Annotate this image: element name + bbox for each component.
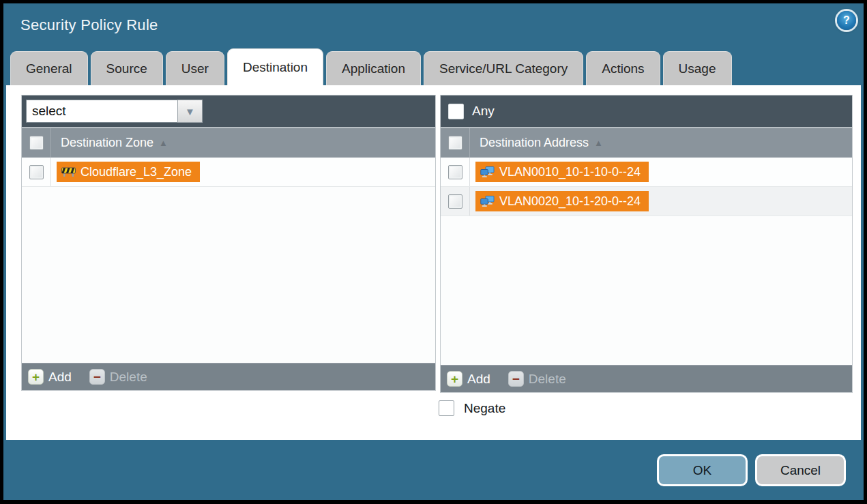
dialog-content: ▼ Destination Zone ▲ [6, 85, 861, 440]
tab-destination[interactable]: Destination [227, 48, 323, 85]
any-control: Any [445, 104, 495, 119]
address-list: VLAN0010_10-1-10-0--24 [441, 158, 852, 365]
address-delete-button[interactable]: − Delete [508, 371, 566, 387]
zone-row-cloudflare-l3-zone[interactable]: Cloudflare_L3_Zone [22, 158, 435, 187]
tab-label: Source [106, 61, 147, 76]
address-select-all-checkbox[interactable] [448, 136, 462, 150]
negate-label: Negate [464, 401, 505, 416]
tab-user[interactable]: User [166, 51, 224, 85]
add-icon: + [447, 371, 462, 387]
tab-general[interactable]: General [10, 51, 88, 85]
zone-toolbar: ▼ [22, 95, 435, 128]
destination-zone-panel: ▼ Destination Zone ▲ [22, 95, 435, 390]
tab-label: Usage [679, 61, 716, 76]
tab-label: Application [342, 61, 405, 76]
help-icon[interactable]: ? [837, 11, 856, 30]
row-checkbox[interactable] [29, 165, 44, 179]
sort-asc-icon: ▲ [159, 138, 168, 148]
zone-list: Cloudflare_L3_Zone [22, 158, 435, 363]
zone-add-label: Add [48, 370, 72, 385]
chevron-down-icon: ▼ [185, 106, 195, 117]
zone-select-dropdown-button[interactable]: ▼ [177, 100, 203, 123]
tab-label: Destination [243, 60, 308, 75]
address-add-button[interactable]: + Add [447, 371, 490, 387]
any-checkbox[interactable] [448, 104, 464, 119]
add-icon: + [28, 369, 44, 385]
address-row-vlan0020-10-1-20-0-24[interactable]: VLAN0020_10-1-20-0--24 [441, 187, 852, 216]
zone-delete-button[interactable]: − Delete [89, 369, 147, 385]
zone-add-button[interactable]: + Add [28, 369, 72, 385]
ok-button[interactable]: OK [657, 454, 748, 486]
address-row-label: VLAN0020_10-1-20-0--24 [499, 194, 641, 209]
network-address-icon [480, 166, 495, 178]
zone-select-all-checkbox[interactable] [29, 136, 44, 150]
tab-actions[interactable]: Actions [586, 51, 660, 85]
address-footer: + Add − Delete [441, 365, 852, 392]
sort-asc-icon: ▲ [594, 138, 603, 148]
tab-application[interactable]: Application [326, 51, 421, 85]
tab-bar: General Source User Destination Applicat… [10, 48, 732, 85]
delete-icon: − [89, 369, 105, 385]
tab-usage[interactable]: Usage [663, 51, 732, 85]
zone-delete-label: Delete [110, 370, 147, 385]
tab-service-url-category[interactable]: Service/URL Category [424, 51, 583, 85]
delete-icon: − [508, 371, 524, 387]
tab-source[interactable]: Source [91, 51, 163, 85]
tab-label: User [181, 61, 209, 76]
address-delete-label: Delete [529, 372, 566, 387]
negate-checkbox[interactable] [439, 400, 454, 416]
address-toolbar: Any [441, 95, 852, 128]
zone-icon [61, 166, 76, 177]
address-column-title: Destination Address [480, 136, 589, 150]
address-row-label: VLAN0010_10-1-10-0--24 [499, 165, 641, 179]
any-label: Any [472, 104, 495, 119]
address-sort-header[interactable]: Destination Address ▲ [470, 136, 603, 150]
cancel-button[interactable]: Cancel [755, 454, 846, 486]
zone-select-input[interactable] [26, 100, 177, 123]
negate-control: Negate [439, 400, 505, 416]
row-checkbox[interactable] [448, 165, 462, 179]
row-checkbox[interactable] [448, 194, 462, 209]
destination-address-panel: Any Destination Address ▲ [441, 95, 852, 392]
zone-column-title: Destination Zone [61, 136, 153, 150]
network-address-icon [480, 196, 495, 207]
zone-footer: + Add − Delete [22, 363, 435, 390]
address-add-label: Add [467, 372, 490, 387]
security-policy-rule-dialog: Security Policy Rule ? General Source Us… [3, 3, 864, 500]
zone-row-label: Cloudflare_L3_Zone [80, 165, 192, 179]
zone-select-combo: ▼ [26, 100, 203, 123]
zone-sort-header[interactable]: Destination Zone ▲ [51, 136, 168, 150]
address-row-vlan0010-10-1-10-0-24[interactable]: VLAN0010_10-1-10-0--24 [441, 158, 852, 187]
address-column-header: Destination Address ▲ [441, 128, 852, 158]
tab-label: Actions [602, 61, 644, 76]
tab-label: Service/URL Category [439, 61, 568, 76]
tab-label: General [26, 61, 72, 76]
dialog-title: Security Policy Rule [20, 16, 158, 34]
zone-column-header: Destination Zone ▲ [22, 128, 435, 158]
